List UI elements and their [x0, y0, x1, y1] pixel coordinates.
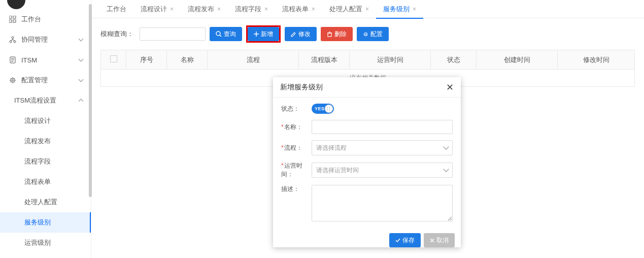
chevron-down-icon: [443, 144, 449, 149]
save-button[interactable]: 保存: [389, 233, 421, 247]
sidebar-item-sla-notify[interactable]: SLA通知: [0, 253, 91, 258]
sidebar-item-itsm[interactable]: ITSM: [0, 50, 91, 70]
button-label: 保存: [402, 236, 415, 245]
optime-label: *运营时间：: [281, 162, 312, 179]
sidebar-item-flow-publish[interactable]: 流程发布: [0, 131, 91, 151]
tab-flow-design[interactable]: 流程设计×: [133, 0, 181, 18]
button-label: 取消: [436, 236, 449, 245]
document-icon: [8, 56, 17, 63]
col-index: 序号: [126, 50, 167, 70]
status-label: 状态：: [281, 105, 312, 113]
sidebar-item-label: 配置管理: [21, 76, 48, 85]
gear-icon: [8, 77, 17, 84]
flow-select[interactable]: 请选择流程: [312, 140, 453, 155]
tab-flow-form[interactable]: 流程表单×: [275, 0, 322, 18]
svg-line-14: [220, 35, 221, 37]
col-flow: 流程: [208, 50, 299, 70]
close-icon[interactable]: ×: [312, 6, 315, 13]
svg-point-5: [10, 41, 12, 43]
col-modify-time: 修改时间: [558, 50, 635, 70]
query-button[interactable]: 查询: [210, 27, 242, 41]
col-optime: 运营时间: [350, 50, 431, 70]
col-status: 状态: [431, 50, 477, 70]
sidebar-item-label: ITSM流程设置: [14, 96, 56, 105]
desc-textarea[interactable]: [312, 185, 453, 221]
tab-workbench[interactable]: 工作台: [99, 0, 133, 18]
col-checkbox: [101, 50, 126, 70]
cancel-button[interactable]: 取消: [424, 233, 455, 247]
modal-body: 状态： YES *名称： *流程： 请选择流程 *运营时间：: [273, 98, 461, 223]
search-label: 模糊查询：: [100, 29, 133, 39]
sidebar-scrollbar[interactable]: [89, 4, 92, 197]
plus-icon: [254, 31, 259, 37]
name-label: *名称：: [281, 123, 312, 132]
sidebar-item-service-level[interactable]: 服务级别: [0, 212, 91, 233]
close-icon[interactable]: ×: [413, 6, 416, 13]
select-placeholder: 请选择运营时间: [316, 166, 359, 175]
modal-header: 新增服务级别 ✕: [273, 77, 461, 98]
search-icon: [216, 31, 222, 37]
x-icon: [430, 238, 434, 243]
col-create-time: 创建时间: [477, 50, 558, 70]
close-icon[interactable]: ✕: [446, 82, 454, 93]
sidebar-item-label: 处理人配置: [24, 198, 57, 207]
toggle-knob: [325, 105, 333, 113]
close-icon[interactable]: ×: [365, 6, 369, 13]
modal-footer: 保存 取消: [273, 229, 461, 247]
svg-rect-17: [328, 33, 331, 37]
sidebar-item-workbench[interactable]: 工作台: [0, 9, 91, 29]
sidebar-item-handler-config[interactable]: 处理人配置: [0, 192, 91, 212]
tab-flow-publish[interactable]: 流程发布×: [181, 0, 228, 18]
sidebar-item-label: 服务级别: [24, 218, 51, 227]
gear-icon: [363, 31, 368, 37]
svg-point-4: [12, 37, 14, 39]
tab-handler-config[interactable]: 处理人配置×: [322, 0, 376, 18]
close-icon[interactable]: ×: [217, 6, 221, 13]
check-icon: [395, 238, 400, 243]
select-all-checkbox[interactable]: [110, 55, 117, 62]
edit-button[interactable]: 修改: [285, 27, 317, 41]
delete-button[interactable]: 删除: [321, 27, 353, 41]
label-text: 流程：: [284, 144, 302, 151]
tab-label: 流程字段: [235, 5, 261, 14]
name-input[interactable]: [312, 120, 453, 134]
svg-rect-1: [13, 16, 16, 18]
sidebar-item-label: 流程表单: [24, 177, 51, 186]
col-flow-version: 流程版本: [299, 50, 350, 70]
close-icon[interactable]: ×: [170, 6, 174, 13]
sidebar-item-flow-field[interactable]: 流程字段: [0, 151, 91, 172]
sidebar-item-config[interactable]: 配置管理: [0, 70, 91, 90]
toggle-text: YES: [315, 106, 325, 111]
add-button[interactable]: 新增: [248, 27, 279, 41]
tab-label: 流程表单: [282, 5, 309, 14]
sidebar-item-flow-design[interactable]: 流程设计: [0, 111, 91, 131]
highlight-box: 新增: [246, 25, 281, 43]
tab-flow-field[interactable]: 流程字段×: [228, 0, 275, 18]
sidebar-item-cooperation[interactable]: 协同管理: [0, 29, 91, 50]
search-input[interactable]: [140, 27, 206, 41]
button-label: 查询: [224, 30, 236, 39]
modal-title: 新增服务级别: [280, 83, 323, 92]
label-text: 运营时间：: [281, 162, 302, 178]
close-icon[interactable]: ×: [264, 6, 268, 13]
optime-select[interactable]: 请选择运营时间: [312, 163, 453, 178]
desc-label: 描述：: [281, 185, 312, 194]
svg-point-21: [365, 34, 366, 35]
config-button[interactable]: 配置: [357, 27, 389, 41]
sidebar-item-itsm-flow-settings[interactable]: ITSM流程设置: [0, 90, 91, 111]
sidebar-item-label: 协同管理: [21, 35, 48, 44]
col-name: 名称: [167, 50, 208, 70]
sidebar-item-label: ITSM: [21, 56, 37, 64]
sidebar-item-label: 流程发布: [24, 137, 51, 146]
button-label: 修改: [298, 30, 311, 39]
chevron-down-icon: [443, 166, 449, 172]
tab-label: 流程设计: [141, 5, 167, 14]
svg-point-12: [12, 80, 14, 81]
tab-service-level[interactable]: 服务级别×: [376, 0, 423, 18]
sidebar-item-operation-level[interactable]: 运营级别: [0, 233, 91, 253]
status-toggle[interactable]: YES: [312, 104, 334, 114]
tab-label: 工作台: [107, 5, 126, 14]
tab-label: 流程发布: [188, 5, 214, 14]
svg-rect-0: [9, 16, 12, 18]
sidebar-item-flow-form[interactable]: 流程表单: [0, 172, 91, 192]
